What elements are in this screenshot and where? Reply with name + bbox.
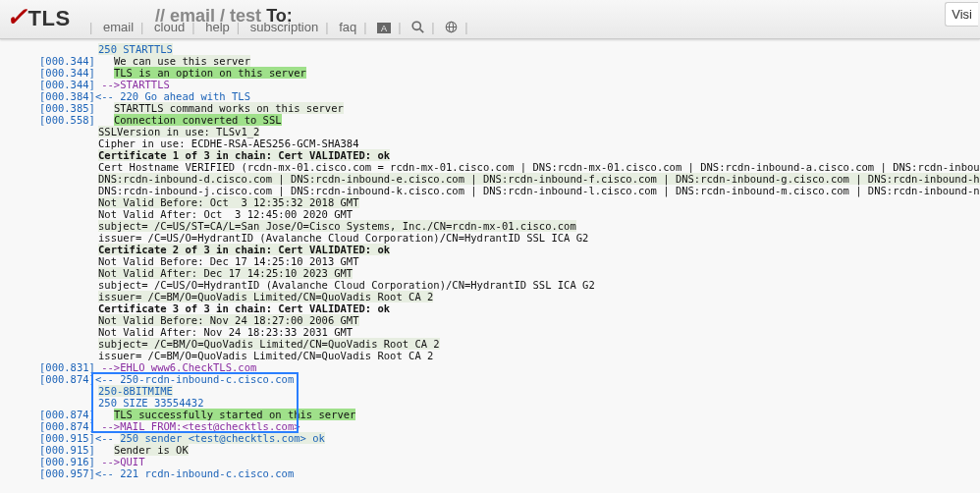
log-line: DNS:rcdn-inbound-d.cisco.com | DNS:rcdn-…: [39, 173, 941, 185]
log-output: 250 STARTTLS [000.344] We can use this s…: [0, 39, 980, 489]
log-line: [000.385] STARTTLS command works on this…: [39, 102, 941, 114]
log-line: 250-8BITMIME: [39, 385, 941, 397]
svg-text:A: A: [381, 24, 387, 33]
log-line: [000.957]<-- 221 rcdn-inbound-c.cisco.co…: [39, 467, 941, 479]
log-line: [000.916] -->QUIT: [39, 456, 941, 467]
globe-icon[interactable]: [445, 20, 458, 34]
svg-line-3: [420, 29, 424, 33]
log-line: [000.874]<-- 250-rcdn-inbound-c.cisco.co…: [39, 373, 941, 385]
log-line: [000.915] Sender is OK: [39, 444, 941, 456]
log-line: Not Valid After: Dec 17 14:25:10 2023 GM…: [39, 267, 941, 279]
log-line: [000.344] TLS is an option on this serve…: [39, 67, 941, 79]
log-line: 250 SIZE 33554432: [39, 397, 941, 409]
font-icon[interactable]: A: [377, 20, 391, 34]
log-line: [000.874] -->MAIL FROM:<test@checktls.co…: [39, 420, 941, 432]
log-line: Not Valid After: Nov 24 18:23:33 2031 GM…: [39, 326, 941, 338]
log-line: [000.874] TLS successfully started on th…: [39, 409, 941, 420]
log-line: DNS:rcdn-inbound-j.cisco.com | DNS:rcdn-…: [39, 185, 941, 196]
nav-email[interactable]: email: [103, 20, 134, 34]
site-logo[interactable]: ✓TLS: [6, 2, 71, 32]
log-line: Not Valid After: Oct 3 12:45:00 2020 GMT: [39, 208, 941, 220]
log-line: subject= /C=US/O=HydrantID (Avalanche Cl…: [39, 279, 941, 291]
log-line: [000.831] -->EHLO www6.CheckTLS.com: [39, 361, 941, 373]
primary-nav: | email| cloud| help| subscription| faq|…: [82, 20, 475, 34]
log-line: subject= /C=US/ST=CA/L=San Jose/O=Cisco …: [39, 220, 941, 232]
log-line: issuer= /C=US/O=HydrantID (Avalanche Clo…: [39, 232, 941, 244]
nav-faq[interactable]: faq: [339, 20, 356, 34]
header-bar: ✓TLS // email / test To: | email| cloud|…: [0, 0, 980, 39]
log-line: Not Valid Before: Dec 17 14:25:10 2013 G…: [39, 255, 941, 267]
log-line: [000.915]<-- 250 sender <test@checktls.c…: [39, 432, 941, 444]
log-line: [000.344] We can use this server: [39, 55, 941, 67]
log-line: Cert Hostname VERIFIED (rcdn-mx-01.cisco…: [39, 161, 941, 173]
nav-cloud[interactable]: cloud: [154, 20, 185, 34]
log-line: Certificate 2 of 3 in chain: Cert VALIDA…: [39, 244, 941, 255]
log-line: issuer= /C=BM/O=QuoVadis Limited/CN=QuoV…: [39, 350, 941, 361]
log-line: [000.384]<-- 220 Go ahead with TLS: [39, 90, 941, 102]
visitor-button[interactable]: Visi: [945, 2, 978, 27]
log-line: issuer= /C=BM/O=QuoVadis Limited/CN=QuoV…: [39, 291, 941, 302]
nav-subscription[interactable]: subscription: [250, 20, 318, 34]
log-line: Not Valid Before: Nov 24 18:27:00 2006 G…: [39, 314, 941, 326]
log-line: Certificate 1 of 3 in chain: Cert VALIDA…: [39, 149, 941, 161]
log-line: [000.344] -->STARTTLS: [39, 79, 941, 90]
log-line: [000.558] Connection converted to SSL: [39, 114, 941, 126]
log-line: Not Valid Before: Oct 3 12:35:32 2018 GM…: [39, 196, 941, 208]
nav-help[interactable]: help: [205, 20, 230, 34]
log-line: SSLVersion in use: TLSv1_2: [39, 126, 941, 137]
search-icon[interactable]: [411, 20, 424, 34]
log-line: 250 STARTTLS: [39, 43, 941, 55]
log-line: Cipher in use: ECDHE-RSA-AES256-GCM-SHA3…: [39, 137, 941, 149]
log-line: subject= /C=BM/O=QuoVadis Limited/CN=Quo…: [39, 338, 941, 350]
log-line: Certificate 3 of 3 in chain: Cert VALIDA…: [39, 302, 941, 314]
svg-point-2: [413, 22, 421, 29]
